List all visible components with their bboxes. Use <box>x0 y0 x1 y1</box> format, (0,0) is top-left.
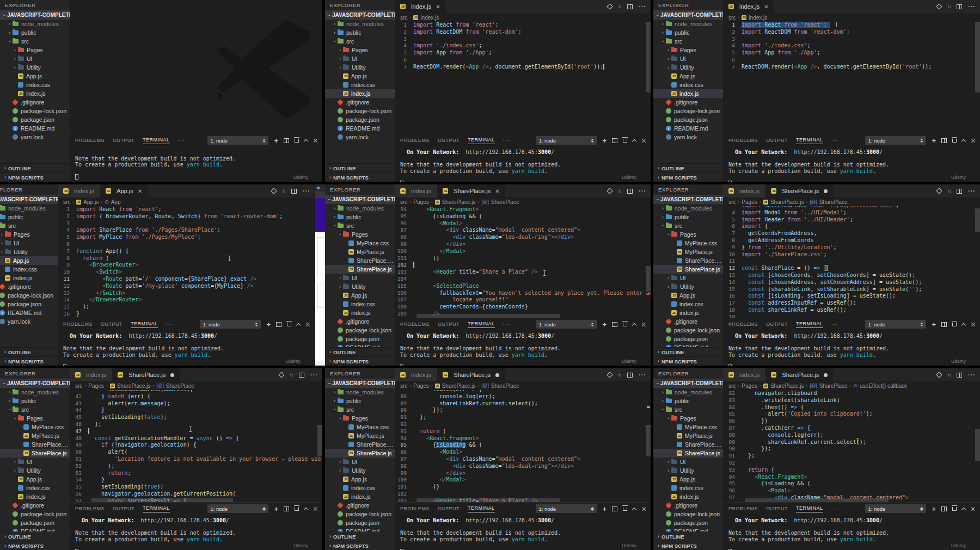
panel-more-icon[interactable]: ··· <box>166 322 173 327</box>
sidebar-file-index-css[interactable]: index.css <box>0 81 70 89</box>
sidebar-file-app-js[interactable]: JSApp.js <box>653 291 723 300</box>
close-panel-icon[interactable] <box>305 322 310 327</box>
kill-terminal-icon[interactable] <box>295 507 299 511</box>
sidebar-file-index-js[interactable]: JSindex.js <box>653 89 723 98</box>
sidebar-file--gitignore[interactable]: .gitignore <box>653 317 723 326</box>
sidebar-folder-src[interactable]: ›src <box>0 221 58 230</box>
sidebar-folder-node-modules[interactable]: ›node_modules <box>325 20 395 28</box>
sidebar-folder-ui[interactable]: ›UI <box>653 458 723 466</box>
terminal-select[interactable]: 1: node <box>865 136 926 145</box>
new-terminal-icon[interactable]: + <box>602 505 607 512</box>
sidebar-folder-node-modules[interactable]: ›node_modules <box>0 20 70 28</box>
terminal-output[interactable]: On Your Network: http://192.168.178.45:3… <box>395 330 651 366</box>
panel-tab-output[interactable]: OUTPUT <box>438 322 460 327</box>
new-terminal-icon[interactable]: + <box>932 137 936 144</box>
horizontal-scrollbar[interactable] <box>745 498 889 502</box>
split-terminal-icon[interactable] <box>941 138 947 143</box>
split-terminal-icon[interactable] <box>612 138 617 143</box>
sidebar-file-shareplace-css[interactable]: SharePlace.css <box>325 256 395 265</box>
breadcrumb-item[interactable]: Pages <box>413 199 428 205</box>
kill-terminal-icon[interactable] <box>287 323 291 326</box>
terminal-output[interactable]: On Your Network: http://192.168.178.45:3… <box>723 330 980 366</box>
sidebar-folder-utility[interactable]: ›Utility <box>0 466 70 475</box>
more-actions-icon[interactable]: ··· <box>968 372 976 378</box>
tab-shareplace-js[interactable]: JSSharePlace.js✕ <box>437 184 505 197</box>
kill-terminal-icon[interactable] <box>623 507 627 511</box>
more-actions-icon[interactable]: ··· <box>310 372 318 378</box>
panel-tab-output[interactable]: OUTPUT <box>101 322 122 327</box>
sidebar-section-npm_scripts[interactable]: ›NPM SCRIPTS <box>653 356 723 366</box>
breadcrumb-item[interactable]: SharePlace <box>819 199 848 205</box>
terminal-output[interactable]: On Your Network: http://192.168.178.45:3… <box>70 515 322 550</box>
sidebar-file-app-js[interactable]: JSApp.js <box>0 256 58 265</box>
sidebar-section-outline[interactable]: ›OUTLINE <box>0 347 58 356</box>
explorer-root-folder[interactable]: ›JAVASCRIPT-COMPLETE-... <box>0 379 70 388</box>
sidebar-file-shareplace-js[interactable]: JSSharePlace.js <box>325 449 395 458</box>
sidebar-folder-utility[interactable]: ›Utility <box>325 466 395 475</box>
sidebar-file-shareplace-css[interactable]: SharePlace.css <box>325 440 395 449</box>
tab-shareplace-js[interactable]: JSSharePlace.js <box>765 184 834 197</box>
split-terminal-icon[interactable] <box>284 506 289 511</box>
sidebar-file-myplace-css[interactable]: MyPlace.css <box>653 423 723 431</box>
explorer-root-folder[interactable]: ›JAVASCRIPT-COMPLETE-... <box>0 195 58 204</box>
sidebar-file-index-css[interactable]: index.css <box>325 300 395 308</box>
sidebar-file-index-js[interactable]: JSindex.js <box>0 89 70 98</box>
sidebar-file-package-lock-json[interactable]: package-lock.json <box>0 510 70 518</box>
panel-tab-terminal[interactable]: TERMINAL <box>796 321 823 328</box>
sidebar-section-outline[interactable]: ›OUTLINE <box>325 532 395 541</box>
code-editor[interactable]: 1import React from 'react'; 2import Reac… <box>723 22 980 134</box>
horizontal-scrollbar[interactable] <box>91 498 233 502</box>
sidebar-file-index-css[interactable]: index.css <box>0 484 70 492</box>
run-code-icon[interactable] <box>936 372 942 378</box>
tab-shareplace-js[interactable]: JSSharePlace.js <box>437 368 505 381</box>
sidebar-file-shareplace-js[interactable]: JSSharePlace.js <box>0 449 70 458</box>
sidebar-file-package-json[interactable]: package.json <box>653 115 723 124</box>
sidebar-folder-public[interactable]: ›public <box>0 397 70 405</box>
maximize-panel-icon[interactable] <box>961 139 966 143</box>
scrollbar-thumb[interactable] <box>646 425 651 456</box>
split-editor-icon[interactable] <box>627 373 633 378</box>
breadcrumb-item[interactable]: src <box>728 383 736 389</box>
panel-more-icon[interactable]: ··· <box>503 506 510 512</box>
panel-tab-problems[interactable]: PROBLEMS <box>728 506 758 511</box>
sidebar-file-package-json[interactable]: package.json <box>325 518 395 527</box>
explorer-root-folder[interactable]: ›JAVASCRIPT-COMPLETE-... <box>653 195 723 204</box>
panel-more-icon[interactable]: ··· <box>831 322 838 327</box>
new-terminal-icon[interactable]: + <box>602 321 607 328</box>
terminal-output[interactable]: On Your Network: http://192.168.178.45:3… <box>395 515 651 550</box>
sidebar-folder-public[interactable]: ›public <box>0 213 58 221</box>
code-editor[interactable]: import SelectedPlace from '../UI/Selecte… <box>723 206 980 318</box>
sidebar-folder-utility[interactable]: ›Utility <box>325 282 395 291</box>
new-terminal-icon[interactable]: + <box>266 321 271 328</box>
terminal-select[interactable]: 1: node <box>865 504 926 513</box>
scrollbar-thumb[interactable] <box>975 208 980 232</box>
panel-tab-terminal[interactable]: TERMINAL <box>143 505 170 512</box>
run-code-icon[interactable] <box>936 188 942 194</box>
terminal-output[interactable]: On Your Network: http://192.168.178.45:3… <box>723 515 980 550</box>
panel-tab-output[interactable]: OUTPUT <box>766 322 788 327</box>
sidebar-section-outline[interactable]: ›OUTLINE <box>0 532 70 541</box>
breadcrumb-item[interactable]: src <box>75 383 82 389</box>
sidebar-file--gitignore[interactable]: .gitignore <box>325 501 395 510</box>
run-code-icon[interactable] <box>936 3 942 9</box>
code-editor[interactable]: setChosenAddress(address);42 } catch (er… <box>70 390 322 502</box>
sidebar-file-package-lock-json[interactable]: package-lock.json <box>325 510 395 518</box>
breadcrumb-item[interactable]: SharePlace <box>491 383 519 389</box>
code-editor[interactable] <box>70 0 322 134</box>
tab-index-js[interactable]: JSindex.js✕ <box>395 0 446 13</box>
maximize-panel-icon[interactable] <box>632 139 636 143</box>
more-actions-icon[interactable]: ··· <box>968 188 976 194</box>
sidebar-file--gitignore[interactable]: .gitignore <box>0 501 70 510</box>
scrollbar-thumb[interactable] <box>975 429 980 461</box>
tab-app-js[interactable]: JSApp.js✕ <box>100 184 148 197</box>
breadcrumb-item[interactable]: Pages <box>742 199 757 205</box>
panel-tab-terminal[interactable]: TERMINAL <box>796 137 823 144</box>
breadcrumb-item[interactable]: SharePlace.js <box>442 199 476 205</box>
panel-tab-output[interactable]: OUTPUT <box>113 506 134 511</box>
toggle-changes-icon[interactable]: ↑↓ <box>947 4 951 9</box>
more-actions-icon[interactable]: ··· <box>303 188 310 194</box>
sidebar-folder-pages[interactable]: ›Pages <box>0 414 70 423</box>
sidebar-section-npm_scripts[interactable]: ›NPM SCRIPTS <box>325 172 395 182</box>
sidebar-file-package-json[interactable]: package.json <box>0 518 70 527</box>
sidebar-file-myplace-js[interactable]: JSMyPlace.js <box>325 431 395 440</box>
